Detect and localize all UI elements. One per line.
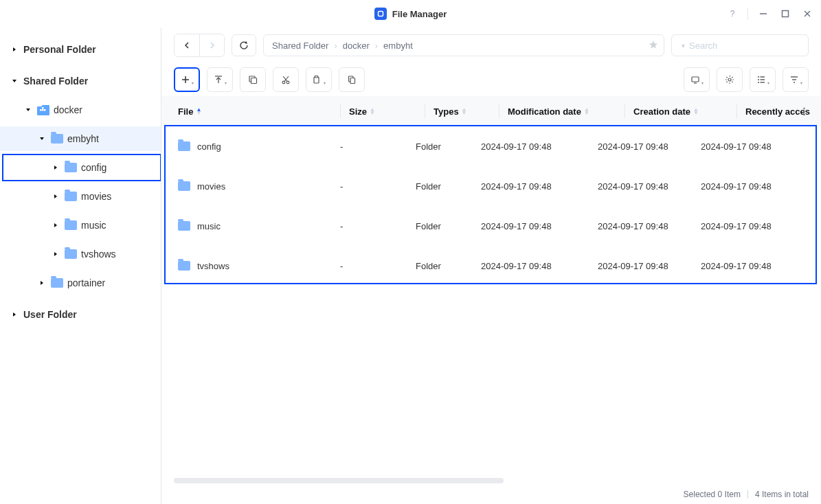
tree-shared-folder[interactable]: Shared Folder bbox=[0, 69, 161, 93]
divider bbox=[499, 104, 499, 118]
divider bbox=[625, 104, 625, 118]
cell-size: - bbox=[340, 181, 416, 192]
main-pane: Shared Folder › docker › embyht ▾ ▾ bbox=[161, 27, 821, 504]
favorite-star-icon[interactable] bbox=[649, 40, 658, 51]
svg-point-19 bbox=[286, 81, 289, 84]
folder-icon bbox=[65, 190, 77, 203]
cut-button[interactable] bbox=[273, 67, 299, 92]
folder-icon bbox=[51, 133, 63, 145]
maximize-button[interactable] bbox=[778, 7, 792, 21]
tree-personal-folder[interactable]: Personal Folder bbox=[0, 37, 161, 62]
folder-icon bbox=[178, 141, 190, 151]
back-button[interactable] bbox=[175, 34, 199, 56]
file-table-body: config - Folder 2024-09-17 09:48 2024-09… bbox=[161, 126, 821, 286]
table-row[interactable]: tvshows - Folder 2024-09-17 09:48 2024-0… bbox=[161, 246, 821, 286]
status-selected: Selected 0 Item bbox=[684, 490, 741, 499]
app-icon bbox=[374, 8, 387, 20]
cell-rec: 2024-09-17 09:48 bbox=[701, 141, 776, 152]
sort-indicator-icon: ▲▼ bbox=[584, 108, 589, 115]
breadcrumb-root[interactable]: Shared Folder bbox=[272, 41, 328, 51]
svg-rect-25 bbox=[350, 78, 355, 84]
refresh-button[interactable] bbox=[232, 34, 256, 56]
titlebar: File Manager ? bbox=[0, 0, 821, 27]
close-button[interactable] bbox=[800, 7, 814, 21]
divider bbox=[747, 8, 748, 20]
cell-name: music bbox=[197, 221, 221, 231]
svg-rect-6 bbox=[40, 109, 42, 111]
folder-icon bbox=[178, 261, 190, 271]
tree-user-folder[interactable]: User Folder bbox=[0, 302, 161, 327]
column-header-creation[interactable]: Creation date ▲▼ bbox=[633, 106, 736, 117]
cell-rec: 2024-09-17 09:48 bbox=[701, 221, 776, 231]
clipboard-button[interactable] bbox=[339, 67, 365, 92]
view-button[interactable]: ▾ bbox=[750, 67, 776, 92]
tree-tvshows[interactable]: tvshows bbox=[0, 242, 161, 266]
cell-cre: 2024-09-17 09:48 bbox=[598, 181, 701, 192]
chevron-right-icon: › bbox=[334, 41, 337, 51]
tree-movies[interactable]: movies bbox=[0, 184, 161, 209]
remote-button[interactable]: ▾ bbox=[684, 67, 710, 92]
tree-label: User Folder bbox=[23, 309, 77, 320]
column-header-modification[interactable]: Modification date ▲▼ bbox=[508, 106, 625, 117]
docker-folder-icon bbox=[37, 104, 49, 116]
cell-cre: 2024-09-17 09:48 bbox=[598, 261, 701, 271]
tree-portainer[interactable]: portainer bbox=[0, 271, 161, 295]
create-button[interactable]: ▾ bbox=[174, 67, 200, 92]
forward-button[interactable] bbox=[199, 34, 224, 56]
sort-button[interactable]: ▾ bbox=[783, 67, 809, 92]
divider bbox=[425, 104, 425, 118]
folder-icon bbox=[178, 181, 190, 191]
copy-button[interactable] bbox=[240, 67, 266, 92]
tree-embyht[interactable]: embyht bbox=[0, 126, 161, 151]
breadcrumb-seg-embyht[interactable]: embyht bbox=[383, 41, 413, 51]
tree-label: docker bbox=[54, 104, 82, 115]
table-row[interactable]: movies - Folder 2024-09-17 09:48 2024-09… bbox=[161, 166, 821, 206]
search-input[interactable] bbox=[688, 40, 806, 51]
sidebar: Personal Folder Shared Folder docker emb… bbox=[0, 27, 161, 504]
breadcrumb-seg-docker[interactable]: docker bbox=[343, 41, 370, 51]
help-button[interactable]: ? bbox=[726, 7, 739, 21]
column-header-file[interactable]: File ▲▼ bbox=[175, 106, 340, 117]
header-label: Size bbox=[349, 106, 367, 117]
search-bar[interactable]: ▾ bbox=[671, 34, 809, 56]
cell-type: Folder bbox=[416, 221, 481, 231]
table-row[interactable]: config - Folder 2024-09-17 09:48 2024-09… bbox=[161, 126, 821, 166]
folder-icon bbox=[65, 219, 77, 231]
cell-size: - bbox=[340, 141, 416, 152]
tree-docker[interactable]: docker bbox=[0, 98, 161, 122]
tree-music[interactable]: music bbox=[0, 213, 161, 238]
cell-mod: 2024-09-17 09:48 bbox=[481, 261, 598, 271]
horizontal-scrollbar[interactable] bbox=[174, 478, 504, 483]
cell-name: tvshows bbox=[197, 261, 229, 271]
chevron-right-icon bbox=[51, 220, 60, 230]
more-columns-icon[interactable]: ⋮ bbox=[800, 106, 809, 116]
upload-button[interactable]: ▾ bbox=[207, 67, 233, 92]
divider bbox=[736, 104, 737, 118]
column-header-recent[interactable]: Recently acces bbox=[745, 106, 821, 117]
cell-cre: 2024-09-17 09:48 bbox=[598, 141, 701, 152]
minimize-button[interactable] bbox=[756, 7, 770, 21]
dropdown-caret-icon: ▾ bbox=[225, 80, 227, 85]
header-label: File bbox=[178, 106, 193, 117]
settings-button[interactable] bbox=[717, 67, 743, 92]
column-header-types[interactable]: Types ▲▼ bbox=[434, 106, 499, 117]
chevron-down-icon bbox=[10, 76, 19, 86]
cell-size: - bbox=[340, 261, 416, 271]
breadcrumb[interactable]: Shared Folder › docker › embyht bbox=[263, 34, 664, 56]
cell-type: Folder bbox=[416, 181, 481, 192]
tree-label: tvshows bbox=[81, 249, 116, 260]
tree-label: Personal Folder bbox=[23, 44, 96, 55]
svg-point-18 bbox=[282, 81, 285, 84]
paste-button[interactable]: ▾ bbox=[306, 67, 332, 92]
folder-icon bbox=[65, 248, 77, 260]
column-header-size[interactable]: Size ▲▼ bbox=[349, 106, 425, 117]
tree-label: portainer bbox=[67, 277, 105, 288]
svg-text:?: ? bbox=[730, 9, 735, 19]
table-row[interactable]: music - Folder 2024-09-17 09:48 2024-09-… bbox=[161, 206, 821, 246]
svg-rect-17 bbox=[251, 78, 257, 84]
folder-icon bbox=[51, 277, 63, 289]
file-table-header: File ▲▼ Size ▲▼ Types ▲▼ Modification da… bbox=[161, 96, 821, 126]
folder-icon bbox=[65, 161, 77, 174]
header-label: Modification date bbox=[508, 106, 581, 117]
chevron-right-icon bbox=[51, 192, 60, 201]
